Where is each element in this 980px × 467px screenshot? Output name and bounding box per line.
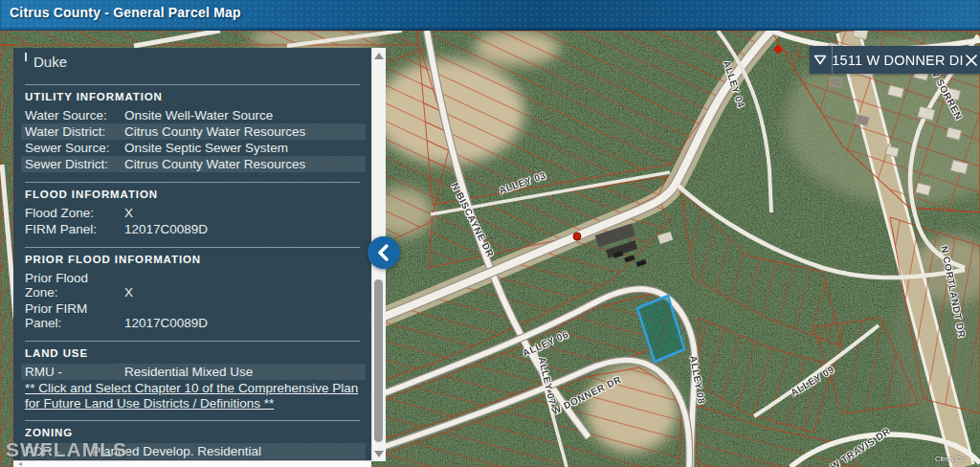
section-title: PRIOR FLOOD INFORMATION [25,254,360,265]
row-value: 12017C0089D [124,316,208,330]
app-window: N BISCAYNE DRALLEY 03ALLEY 04W SORRENALL… [0,0,980,467]
section-title: FLOOD INFORMATION [25,189,360,200]
row-label: FIRM Panel: [25,222,124,236]
info-row: Prior Flood Zone:X [21,270,366,300]
section-title: LAND USE [25,347,360,359]
watermark: SWFLAMLS [6,438,127,461]
panel-sections: UTILITY INFORMATIONWater Source:Onsite W… [25,84,366,461]
chevron-left-icon [369,236,398,269]
row-value: X [124,285,133,300]
row-value: Onsite Well-Water Source [124,108,273,122]
info-row: Sewer District:Citrus County Water Resou… [21,156,366,172]
panel-section: FLOOD INFORMATIONFlood Zone:XFIRM Panel:… [25,182,360,237]
info-panel: Duke UTILITY INFORMATIONWater Source:Ons… [13,48,371,461]
row-label: Water District: [25,124,124,139]
panel-section: PRIOR FLOOD INFORMATIONPrior Flood Zone:… [25,247,360,331]
map-attribution: Citrus Co [935,455,965,463]
row-value: Residential Mixed Use [124,365,253,379]
search-dropdown-button[interactable] [810,46,832,74]
info-row: Water Source:Onsite Well-Water Source [21,107,366,123]
close-icon [965,54,978,67]
map-marker [573,233,581,240]
search-input[interactable]: 1511 W DONNER DI [832,53,964,68]
row-value: X [124,206,133,220]
search-clear-button[interactable] [964,46,980,74]
panel-horizontal-scrollbar[interactable] [13,460,371,467]
row-label: Sewer Source: [25,141,124,155]
row-label: Prior FIRM Panel: [25,301,124,330]
scrollbar-thumb[interactable] [374,279,383,442]
app-header: Citrus County - General Parcel Map [0,0,980,31]
partial-top-text: Duke [25,54,366,75]
row-label: Flood Zone: [25,206,124,220]
scroll-up-arrow-icon[interactable] [374,53,384,59]
scroll-left-arrow-icon[interactable] [18,462,22,466]
row-label: Water Source: [25,108,124,122]
panel-collapse-button[interactable] [368,236,400,269]
section-title: UTILITY INFORMATION [25,91,360,102]
page-title: Citrus County - General Parcel Map [0,0,980,20]
info-row: Water District:Citrus County Water Resou… [21,123,366,140]
triangle-down-icon [813,55,827,65]
row-value: Onsite Septic Sewer System [124,141,288,155]
section-title: ZONING [25,427,360,438]
clipped-text-tick [25,53,27,61]
row-label: Prior Flood Zone: [25,271,124,300]
row-value: Citrus County Water Resources [124,157,305,171]
row-label: Sewer District: [25,157,124,171]
scroll-down-arrow-icon[interactable] [374,451,384,457]
panel-section: UTILITY INFORMATIONWater Source:Onsite W… [25,84,360,172]
info-row: Prior FIRM Panel:12017C0089D [21,300,366,331]
section-link[interactable]: ** Click and Select Chapter 10 of the Co… [25,381,360,411]
row-label: RMU - [25,365,124,379]
panel-section: LAND USERMU -Residential Mixed Use** Cli… [25,341,360,411]
row-value: 12017C0089D [124,222,208,236]
info-row: RMU -Residential Mixed Use [21,364,366,380]
search-box[interactable]: 1511 W DONNER DI [810,46,980,74]
info-row: FIRM Panel:12017C0089D [21,221,366,237]
info-row: Sewer Source:Onsite Septic Sewer System [21,140,366,156]
row-value: Citrus County Water Resources [124,124,305,139]
info-row: Flood Zone:X [21,205,366,221]
